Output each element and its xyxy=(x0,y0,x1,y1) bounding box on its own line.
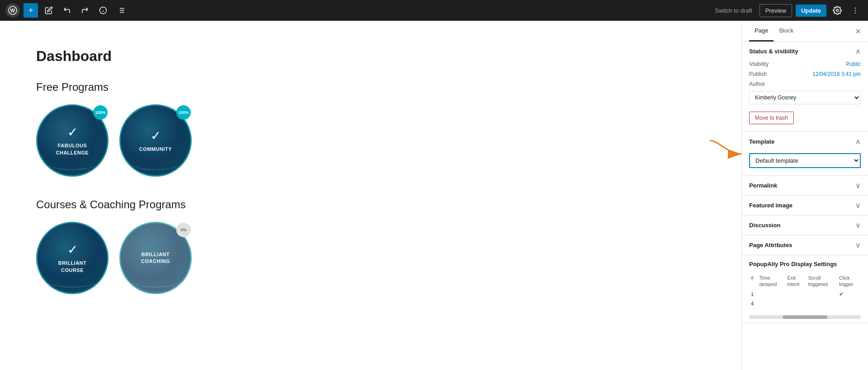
free-programs-title: Free Programs xyxy=(36,81,705,94)
list-view-button[interactable] xyxy=(114,3,128,18)
tab-block[interactable]: Block xyxy=(774,21,799,42)
row1-time xyxy=(758,290,786,299)
free-programs-row: ✓ FABULOUSCHALLENGE 100% ✓ COMMUNITY 100… xyxy=(36,104,705,177)
publish-value[interactable]: 12/04/2019 3:41 pm xyxy=(812,71,861,77)
featured-image-title: Featured image xyxy=(749,202,793,209)
badge-label-1: FABULOUSCHALLENGE xyxy=(49,142,96,156)
svg-point-11 xyxy=(836,9,839,12)
popupally-section: PopupAlly Pro Display Settings # Timedel… xyxy=(742,255,868,323)
discussion-section: Discussion ∨ xyxy=(742,215,868,235)
toolbar: W + Switch to draft Preview Upd xyxy=(0,0,868,21)
more-options-button[interactable] xyxy=(848,3,863,18)
permalink-section: Permalink ∨ xyxy=(742,176,868,196)
col-exit: Exitintent xyxy=(785,273,806,290)
badge-label-2: COMMUNITY xyxy=(132,146,179,153)
visibility-label: Visibility xyxy=(749,61,769,67)
sidebar-content: Status & visibility ∧ Visibility Public … xyxy=(742,42,868,370)
author-label: Author xyxy=(749,81,861,87)
popup-row-1: 1 ✓ xyxy=(749,290,861,299)
featured-image-section: Featured image ∨ xyxy=(742,196,868,215)
row1-click: ✓ xyxy=(837,290,861,299)
add-block-button[interactable]: + xyxy=(24,3,38,18)
page-attributes-header[interactable]: Page Attributes ∨ xyxy=(742,235,868,255)
visibility-value[interactable]: Public xyxy=(846,61,861,67)
sidebar: Page Block × Status & visibility ∧ Visib… xyxy=(741,21,868,370)
discussion-chevron: ∨ xyxy=(855,221,861,229)
status-visibility-chevron: ∧ xyxy=(855,47,861,56)
popupally-header: PopupAlly Pro Display Settings xyxy=(742,255,868,273)
popup-row-4: 4 xyxy=(749,299,861,308)
col-time: Timedelayed xyxy=(758,273,786,290)
template-chevron: ∧ xyxy=(855,137,861,146)
status-visibility-body: Visibility Public Publish 12/04/2019 3:4… xyxy=(742,61,868,131)
page-attributes-section: Page Attributes ∨ xyxy=(742,235,868,255)
permalink-title: Permalink xyxy=(749,182,777,189)
badge-percent-1: 100% xyxy=(93,105,108,120)
info-button[interactable] xyxy=(96,3,110,18)
badge-label-4: BRILLIANTCOACHING xyxy=(134,251,177,265)
update-button[interactable]: Update xyxy=(796,5,826,17)
check-icon-1: ✓ xyxy=(67,125,78,140)
row4-click xyxy=(837,299,861,308)
svg-point-12 xyxy=(855,8,856,9)
tab-page[interactable]: Page xyxy=(749,21,774,42)
status-visibility-section: Status & visibility ∧ Visibility Public … xyxy=(742,42,868,132)
row1-scroll xyxy=(807,290,837,299)
col-click: Clicktrigger xyxy=(837,273,861,290)
switch-draft-button[interactable]: Switch to draft xyxy=(711,5,755,17)
brilliant-course-badge[interactable]: ✓ BRILLIANTCOURSE xyxy=(36,222,108,294)
brilliant-coaching-badge[interactable]: BRILLIANTCOACHING 0% xyxy=(119,222,192,294)
template-header[interactable]: Template ∧ xyxy=(742,132,868,151)
col-scroll: Scrolltriggered xyxy=(807,273,837,290)
sidebar-close-button[interactable]: × xyxy=(855,27,861,36)
courses-section-title: Courses & Coaching Programs xyxy=(36,198,705,211)
permalink-chevron: ∨ xyxy=(855,181,861,190)
page-attributes-chevron: ∨ xyxy=(855,241,861,249)
settings-button[interactable] xyxy=(830,3,844,18)
row1-exit xyxy=(785,290,806,299)
author-select[interactable]: Kimberly Gosney xyxy=(749,91,861,104)
editor-area: Dashboard Free Programs ✓ FABULOUSCHALLE… xyxy=(0,21,741,370)
col-num: # xyxy=(749,273,758,290)
wp-logo[interactable]: W xyxy=(5,3,20,18)
row4-scroll xyxy=(807,299,837,308)
featured-image-header[interactable]: Featured image ∨ xyxy=(742,196,868,215)
courses-row: ✓ BRILLIANTCOURSE BRILLIANTCOACHING 0% xyxy=(36,222,705,294)
featured-image-chevron: ∨ xyxy=(855,201,861,210)
preview-button[interactable]: Preview xyxy=(760,4,792,17)
badge-percent-2: 100% xyxy=(176,105,191,120)
badge-label-3: BRILLIANTCOURSE xyxy=(51,260,94,274)
status-visibility-title: Status & visibility xyxy=(749,48,798,55)
template-body: Default template xyxy=(742,151,868,175)
edit-button[interactable] xyxy=(42,3,56,18)
popupally-title: PopupAlly Pro Display Settings xyxy=(749,261,861,267)
popupally-table: # Timedelayed Exitintent Scrolltriggered… xyxy=(749,273,861,308)
svg-point-13 xyxy=(855,10,856,11)
permalink-header[interactable]: Permalink ∨ xyxy=(742,176,868,195)
discussion-title: Discussion xyxy=(749,222,780,229)
template-select[interactable]: Default template xyxy=(749,153,861,168)
badge-percent-4: 0% xyxy=(176,223,191,237)
svg-point-14 xyxy=(855,12,856,13)
page-attributes-title: Page Attributes xyxy=(749,242,793,248)
discussion-header[interactable]: Discussion ∨ xyxy=(742,215,868,235)
row4-exit xyxy=(785,299,806,308)
check-icon-2: ✓ xyxy=(151,128,161,143)
move-trash-button[interactable]: Move to trash xyxy=(749,112,794,124)
community-badge[interactable]: ✓ COMMUNITY 100% xyxy=(119,104,192,177)
svg-text:W: W xyxy=(10,8,15,13)
template-title: Template xyxy=(749,138,774,145)
sidebar-tabs: Page Block × xyxy=(742,21,868,42)
undo-button[interactable] xyxy=(60,3,74,18)
status-visibility-header[interactable]: Status & visibility ∧ xyxy=(742,42,868,61)
redo-button[interactable] xyxy=(78,3,92,18)
publish-label: Publish xyxy=(749,71,767,77)
row4-num: 4 xyxy=(749,299,758,308)
check-icon-3: ✓ xyxy=(67,242,78,257)
row1-num: 1 xyxy=(749,290,758,299)
template-section: Template ∧ Default template xyxy=(742,132,868,176)
fabulous-challenge-badge[interactable]: ✓ FABULOUSCHALLENGE 100% xyxy=(36,104,108,177)
page-title: Dashboard xyxy=(36,48,705,65)
row4-time xyxy=(758,299,786,308)
